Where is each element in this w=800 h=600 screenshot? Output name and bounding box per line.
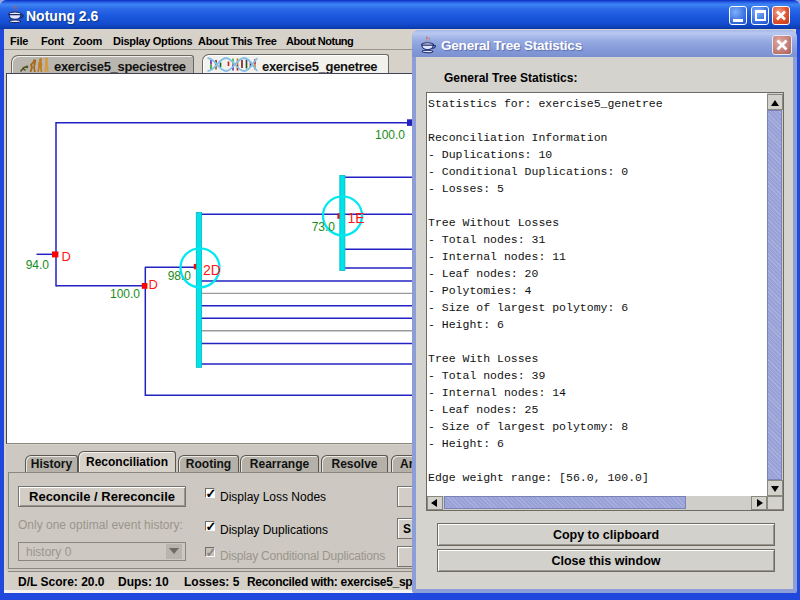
svg-text:1E: 1E bbox=[348, 210, 365, 226]
svg-text:100.0: 100.0 bbox=[110, 287, 140, 301]
svg-text:D: D bbox=[149, 277, 158, 292]
svg-text:98.0: 98.0 bbox=[168, 269, 192, 283]
svg-text:94.0: 94.0 bbox=[26, 258, 50, 272]
svg-text:2D: 2D bbox=[203, 262, 221, 278]
svg-text:73.0: 73.0 bbox=[312, 220, 336, 234]
svg-text:D: D bbox=[62, 249, 71, 264]
svg-text:100.0: 100.0 bbox=[375, 128, 405, 142]
